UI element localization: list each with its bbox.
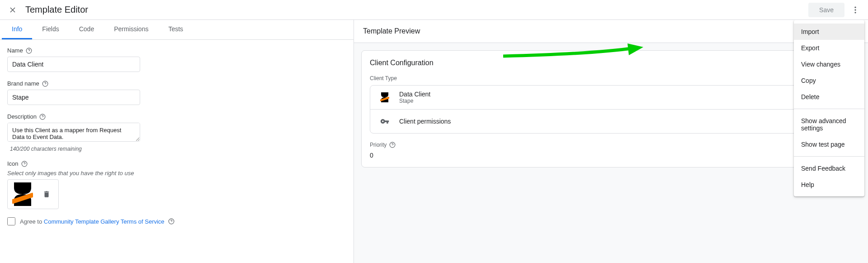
icon-field-group: Icon Select only images that you have th…	[7, 160, 346, 209]
tab-code[interactable]: Code	[69, 20, 104, 39]
tos-prefix: Agree to	[20, 218, 44, 225]
desc-label-text: Description	[7, 113, 37, 120]
brand-label: Brand name	[7, 80, 346, 87]
main: Info Fields Code Permissions Tests Name …	[0, 20, 868, 263]
tab-tests[interactable]: Tests	[158, 20, 193, 39]
delete-icon-button[interactable]	[39, 187, 54, 201]
client-info: Data Client Stape	[399, 91, 430, 104]
menu-divider	[794, 109, 864, 109]
header: Template Editor Save	[0, 0, 868, 20]
menu-copy[interactable]: Copy	[794, 72, 864, 89]
tab-info[interactable]: Info	[2, 20, 32, 39]
menu-view-changes[interactable]: View changes	[794, 56, 864, 72]
dropdown-menu: Import Export View changes Copy Delete S…	[794, 20, 864, 196]
key-icon	[380, 117, 389, 126]
menu-show-advanced[interactable]: Show advanced settings	[794, 113, 864, 136]
form-content: Name Brand name Description	[0, 40, 354, 233]
help-icon[interactable]	[26, 48, 32, 54]
name-field-group: Name	[7, 47, 346, 72]
priority-value: 0	[370, 152, 852, 159]
trash-icon	[42, 190, 51, 198]
brand-field-group: Brand name	[7, 80, 346, 105]
priority-label: Priority	[370, 142, 852, 148]
client-permissions-label: Client permissions	[399, 118, 451, 125]
svg-point-1	[854, 9, 856, 10]
client-permissions-row[interactable]: Client permissions	[370, 110, 852, 133]
desc-label: Description	[7, 113, 346, 120]
tos-row: Agree to Community Template Gallery Term…	[7, 217, 346, 225]
help-icon[interactable]	[39, 114, 46, 120]
help-icon[interactable]	[389, 142, 396, 148]
more-vert-icon	[851, 5, 860, 14]
menu-show-test[interactable]: Show test page	[794, 136, 864, 153]
close-icon	[8, 5, 17, 14]
menu-help[interactable]: Help	[794, 177, 864, 193]
preview-header: Template Preview	[354, 20, 868, 43]
right-panel: Template Preview Client Configuration Cl…	[354, 20, 868, 263]
client-type-label: Client Type	[370, 75, 852, 81]
page-title: Template Editor	[25, 5, 808, 15]
key-icon-wrap	[377, 114, 392, 129]
name-label: Name	[7, 47, 346, 54]
svg-point-2	[854, 12, 856, 13]
priority-label-text: Priority	[370, 142, 387, 148]
tab-permissions[interactable]: Permissions	[104, 20, 158, 39]
template-icon	[12, 182, 33, 206]
close-button[interactable]	[4, 1, 22, 19]
name-input[interactable]	[7, 57, 140, 72]
desc-field-group: Description 140/200 characters remaining	[7, 113, 346, 152]
tos-checkbox[interactable]	[7, 217, 15, 225]
template-icon	[380, 92, 389, 102]
tabs: Info Fields Code Permissions Tests	[0, 20, 354, 40]
menu-send-feedback[interactable]: Send Feedback	[794, 160, 864, 177]
client-icon	[377, 90, 392, 105]
svg-point-0	[854, 6, 856, 8]
menu-divider	[794, 156, 864, 157]
brand-input[interactable]	[7, 90, 140, 105]
menu-import[interactable]: Import	[794, 24, 864, 40]
icon-box	[7, 179, 59, 209]
icon-preview	[9, 181, 36, 207]
icon-hint: Select only images that you have the rig…	[7, 170, 346, 177]
icon-label: Icon	[7, 160, 346, 167]
client-name: Data Client	[399, 91, 430, 98]
preview-card: Client Configuration Client Type Data Cl…	[361, 50, 861, 167]
icon-label-text: Icon	[7, 160, 19, 167]
menu-delete[interactable]: Delete	[794, 89, 864, 105]
card-title: Client Configuration	[370, 59, 852, 67]
tab-fields[interactable]: Fields	[32, 20, 69, 39]
name-label-text: Name	[7, 47, 23, 54]
client-box: Data Client Stape Client permissions	[370, 85, 852, 134]
save-button[interactable]: Save	[808, 3, 844, 17]
client-brand: Stape	[399, 98, 430, 104]
menu-export[interactable]: Export	[794, 40, 864, 56]
tos-text: Agree to Community Template Gallery Term…	[20, 218, 165, 225]
more-button[interactable]	[846, 1, 864, 19]
left-panel: Info Fields Code Permissions Tests Name …	[0, 20, 354, 263]
client-type-row[interactable]: Data Client Stape	[370, 86, 852, 110]
desc-textarea[interactable]	[7, 123, 140, 142]
tos-link[interactable]: Community Template Gallery Terms of Serv…	[44, 218, 165, 225]
help-icon[interactable]	[21, 161, 28, 167]
char-count: 140/200 characters remaining	[10, 146, 346, 152]
help-icon[interactable]	[168, 218, 175, 225]
help-icon[interactable]	[42, 81, 48, 87]
brand-label-text: Brand name	[7, 80, 39, 87]
